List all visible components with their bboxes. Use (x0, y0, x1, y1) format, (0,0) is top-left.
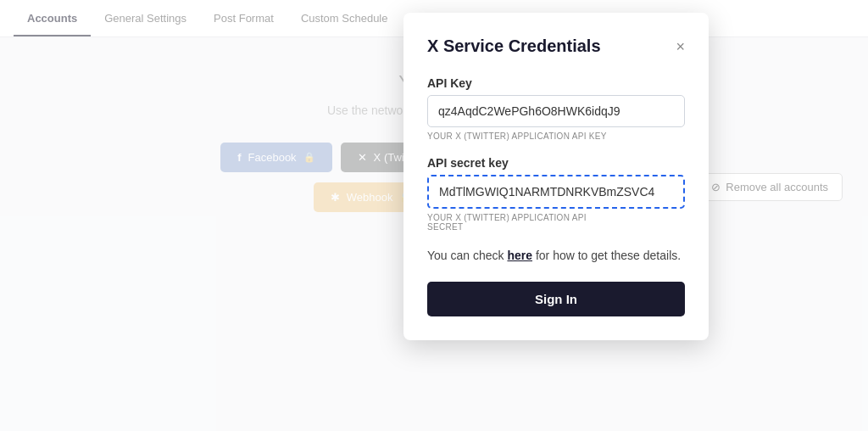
here-link[interactable]: here (507, 249, 532, 262)
sign-in-button[interactable]: Sign In (427, 282, 685, 316)
api-secret-input[interactable] (427, 175, 685, 209)
modal-close-button[interactable]: × (676, 39, 685, 54)
api-key-label: API Key (427, 76, 685, 90)
modal-title: X Service Credentials (427, 36, 601, 56)
modal-x-credentials: X Service Credentials × API Key YOUR X (… (403, 13, 709, 340)
form-note: You can check here for how to get these … (427, 247, 685, 265)
api-secret-label: API secret key (427, 156, 685, 170)
modal-header: X Service Credentials × (427, 36, 685, 56)
api-secret-group: API secret key YOUR X (TWITTER) APPLICAT… (427, 156, 685, 232)
api-key-group: API Key YOUR X (TWITTER) APPLICATION API… (427, 76, 685, 141)
api-secret-hint: YOUR X (TWITTER) APPLICATION API SECRET (427, 213, 685, 232)
api-key-hint: YOUR X (TWITTER) APPLICATION API KEY (427, 132, 685, 141)
api-key-input[interactable] (427, 95, 685, 127)
